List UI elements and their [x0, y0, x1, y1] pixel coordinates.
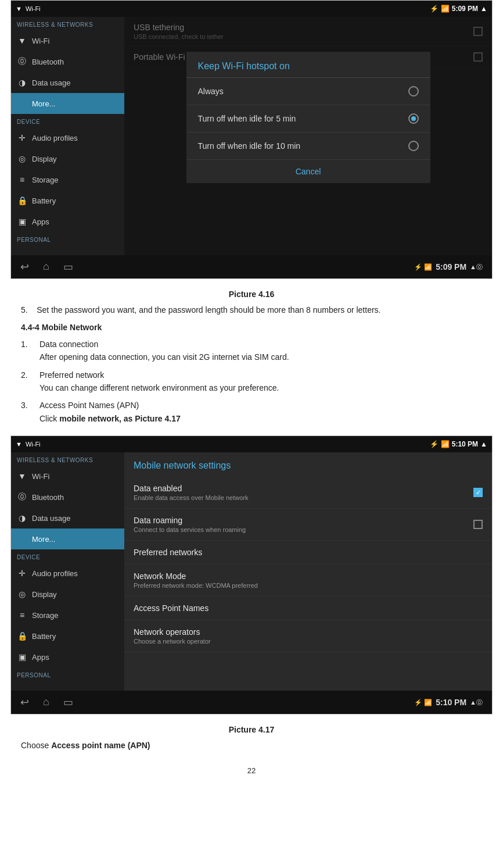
- wifi-icon: ▼: [16, 5, 22, 12]
- sidebar2-item-battery[interactable]: 🔒 Battery: [11, 626, 124, 646]
- data-roaming-checkbox[interactable]: [473, 520, 483, 529]
- sidebar-item-bluetooth[interactable]: ⓪ Bluetooth: [11, 51, 124, 72]
- network-operators-title: Network operators: [134, 627, 211, 637]
- data-sidebar-icon-2: ◑: [17, 513, 27, 523]
- sidebar2-item-apps[interactable]: ▣ Apps: [11, 646, 124, 667]
- audio-sidebar-icon: ✛: [17, 133, 27, 143]
- sidebar-1: WIRELESS & NETWORKS ▼ Wi-Fi ⓪ Bluetooth …: [11, 17, 124, 255]
- personal-section-header: PERSONAL: [11, 232, 124, 245]
- step2-label: Preferred network: [39, 370, 104, 380]
- device-section-header: DEVICE: [11, 114, 124, 127]
- dialog-overlay: Keep Wi-Fi hotspot on Always Turn off wh…: [124, 17, 492, 255]
- caption-section-2: Picture 4.17 Choose Access point name (A…: [10, 715, 493, 761]
- sidebar2-item-bluetooth[interactable]: ⓪ Bluetooth: [11, 487, 124, 508]
- battery-icon-2: 📶: [441, 440, 450, 448]
- radio-10min[interactable]: [408, 141, 419, 151]
- preferred-networks-row[interactable]: Preferred networks: [124, 541, 492, 565]
- device-section-header-2: DEVICE: [11, 549, 124, 563]
- step3-content: Access Point Names (APN) Click mobile ne…: [39, 399, 181, 425]
- bluetooth-sidebar-icon-2: ⓪: [17, 492, 27, 502]
- network-mode-row[interactable]: Network Mode Preferred network mode: WCD…: [124, 565, 492, 596]
- sidebar-item-data-usage[interactable]: ◑ Data usage: [11, 72, 124, 93]
- storage-sidebar-icon: ≡: [17, 174, 27, 185]
- step1-num: 1.: [21, 338, 33, 364]
- step1-detail: After opening data connection, you can v…: [39, 352, 289, 362]
- sidebar-item-battery[interactable]: 🔒 Battery: [11, 190, 124, 211]
- recents-icon-2[interactable]: ▭: [63, 696, 73, 709]
- recents-icon[interactable]: ▭: [63, 260, 73, 273]
- nav-right-2: ⚡ 📶 5:10 PM ▲⓪: [414, 698, 483, 707]
- preferred-networks-title: Preferred networks: [134, 548, 202, 557]
- network-mode-title: Network Mode: [134, 571, 258, 581]
- radio-5min[interactable]: [408, 113, 419, 124]
- section-heading: 4.4-4 Mobile Network: [21, 321, 482, 334]
- data-roaming-row[interactable]: Data roaming Connect to data services wh…: [124, 509, 492, 541]
- back-icon-2[interactable]: ↩: [20, 696, 29, 709]
- sidebar2-storage-label: Storage: [32, 611, 59, 620]
- access-point-names-title: Access Point Names: [134, 603, 209, 613]
- sidebar-display-label: Display: [32, 155, 57, 163]
- sidebar-item-apps[interactable]: ▣ Apps: [11, 211, 124, 232]
- data-enabled-checkbox[interactable]: ✓: [473, 488, 483, 497]
- footer-bold: Access point name (APN): [51, 741, 150, 750]
- sidebar-item-display[interactable]: ◎ Display: [11, 148, 124, 169]
- sidebar2-item-audio[interactable]: ✛ Audio profiles: [11, 563, 124, 584]
- dialog-option-5min[interactable]: Turn off when idle for 5 min: [186, 105, 430, 133]
- time-display-1: 5:09 PM: [436, 262, 466, 272]
- radio-always[interactable]: [408, 86, 419, 97]
- step3-detail-bold: mobile network, as Picture 4.17: [59, 414, 181, 423]
- sidebar2-audio-label: Audio profiles: [32, 569, 78, 578]
- sidebar-item-wifi[interactable]: ▼ Wi-Fi: [11, 30, 124, 51]
- display-sidebar-icon-2: ◎: [17, 589, 27, 599]
- sidebar-item-more[interactable]: More...: [11, 93, 124, 114]
- signal-status-2: ▲⓪: [470, 698, 483, 707]
- display-sidebar-icon: ◎: [17, 153, 27, 164]
- dialog-option-always-label: Always: [198, 87, 224, 96]
- sidebar2-more-label: More...: [32, 535, 55, 544]
- home-icon[interactable]: ⌂: [43, 260, 49, 273]
- home-icon-2[interactable]: ⌂: [43, 696, 49, 709]
- step3-detail-prefix: Click: [39, 414, 59, 423]
- dialog-option-5min-label: Turn off when idle for 5 min: [198, 114, 296, 123]
- data-enabled-title: Data enabled: [134, 484, 249, 493]
- dialog-cancel-button[interactable]: Cancel: [186, 160, 430, 183]
- sidebar2-item-more[interactable]: More...: [11, 528, 124, 549]
- sidebar2-item-data-usage[interactable]: ◑ Data usage: [11, 508, 124, 528]
- sidebar2-item-display[interactable]: ◎ Display: [11, 584, 124, 605]
- back-icon[interactable]: ↩: [20, 260, 29, 273]
- sidebar-2: WIRELESS & NETWORKS ▼ Wi-Fi ⓪ Bluetooth …: [11, 452, 124, 691]
- step1-label: Data connection: [39, 340, 98, 349]
- signal-icon: ▲: [480, 5, 487, 13]
- sidebar-item-audio[interactable]: ✛ Audio profiles: [11, 127, 124, 148]
- nav-right-1: ⚡ 📶 5:09 PM ▲⓪: [414, 262, 483, 272]
- sidebar2-item-wifi[interactable]: ▼ Wi-Fi: [11, 466, 124, 487]
- data-enabled-subtitle: Enable data access over Mobile network: [134, 494, 249, 501]
- network-mode-subtitle: Preferred network mode: WCDMA preferred: [134, 582, 258, 589]
- nav-bar-2: ↩ ⌂ ▭ ⚡ 📶 5:10 PM ▲⓪: [11, 691, 492, 714]
- data-enabled-row[interactable]: Data enabled Enable data access over Mob…: [124, 477, 492, 509]
- signal-icon-2: ▲: [480, 440, 487, 448]
- apps-sidebar-icon-2: ▣: [17, 652, 27, 662]
- wifi-sidebar-icon-2: ▼: [17, 471, 27, 481]
- storage-sidebar-icon-2: ≡: [17, 610, 27, 620]
- keep-wifi-dialog: Keep Wi-Fi hotspot on Always Turn off wh…: [186, 52, 430, 183]
- clock-2: 5:10 PM: [452, 440, 478, 448]
- status-bar-left-2: ▼ Wi-Fi: [16, 441, 41, 448]
- step2-content: Preferred network You can change differe…: [39, 369, 279, 395]
- screenshot1: ▼ Wi-Fi ⚡ 📶 5:09 PM ▲ WIRELESS & NETWORK…: [10, 0, 493, 279]
- sidebar2-apps-label: Apps: [32, 653, 49, 662]
- dialog-option-always[interactable]: Always: [186, 78, 430, 105]
- sidebar-item-storage[interactable]: ≡ Storage: [11, 169, 124, 190]
- status-bar-right-2: ⚡ 📶 5:10 PM ▲: [430, 440, 487, 448]
- data-sidebar-icon: ◑: [17, 77, 27, 88]
- battery-sidebar-icon: 🔒: [17, 195, 27, 206]
- access-point-names-row[interactable]: Access Point Names: [124, 596, 492, 620]
- nav-icons-2: ↩ ⌂ ▭: [20, 696, 73, 709]
- sidebar2-item-storage[interactable]: ≡ Storage: [11, 605, 124, 626]
- wifi-sidebar-icon: ▼: [17, 35, 27, 46]
- data-roaming-subtitle: Connect to data services when roaming: [134, 526, 246, 533]
- network-operators-row[interactable]: Network operators Choose a network opera…: [124, 620, 492, 652]
- battery-sidebar-icon-2: 🔒: [17, 631, 27, 641]
- sidebar2-display-label: Display: [32, 590, 57, 599]
- dialog-option-10min[interactable]: Turn off when idle for 10 min: [186, 133, 430, 160]
